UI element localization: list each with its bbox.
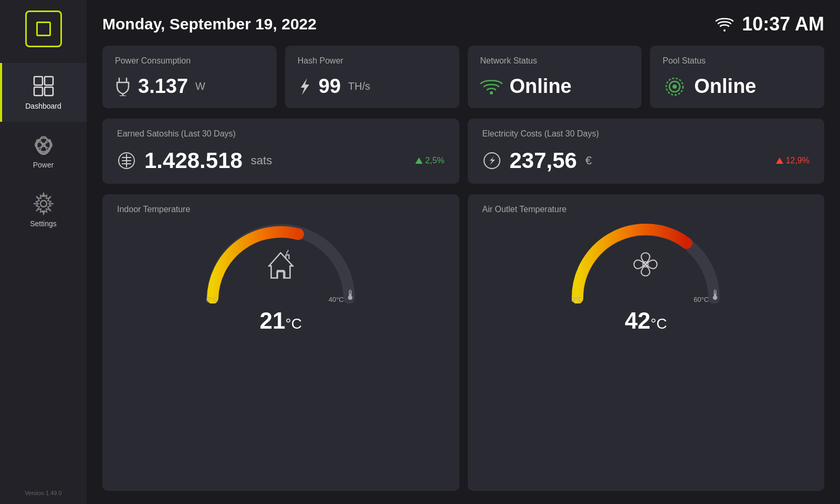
electricity-costs-card: Electricity Costs (Last 30 Days) 237,56 … [468,119,825,184]
hash-power-card: Hash Power 99 TH/s [285,46,459,108]
electricity-icon [482,151,501,170]
dashboard-icon [32,75,55,98]
middle-row: Earned Satoshis (Last 30 Days) 1.428.518… [102,119,824,184]
power-consumption-value: 3.137 [138,75,188,98]
sidebar: Dashboard Power Sett [0,0,87,504]
pool-status-value: Online [694,75,756,98]
network-status-value: Online [510,75,572,98]
electricity-costs-unit: € [585,154,592,167]
network-status-value-row: Online [480,75,629,98]
outlet-max-label: 60°C [694,296,709,303]
svg-rect-3 [45,87,53,96]
plug-icon [115,77,131,96]
pool-icon [663,77,687,96]
sidebar-power-label: Power [33,161,54,169]
earned-satoshis-value: 1.428.518 [144,148,243,173]
main-content: Monday, September 19, 2022 10:37 AM Powe… [87,0,840,504]
earned-satoshis-title: Earned Satoshis (Last 30 Days) [117,129,445,139]
indoor-max-label: 40°C [329,296,344,303]
power-consumption-card: Power Consumption 3.137 W [102,46,277,108]
pool-status-title: Pool Status [663,56,812,66]
thermometer-indoor-icon: 🌡 [344,287,358,303]
svg-rect-0 [34,77,43,85]
fan-icon [629,248,663,284]
sidebar-item-dashboard[interactable]: Dashboard [0,63,87,122]
electricity-costs-title: Electricity Costs (Last 30 Days) [482,129,810,139]
wifi-header-icon [715,15,734,34]
header: Monday, September 19, 2022 10:37 AM [102,13,824,35]
trend-up-red-icon [776,158,783,164]
earned-satoshis-badge: 2,5% [415,156,444,165]
power-consumption-value-row: 3.137 W [115,75,264,98]
trend-up-icon [415,158,423,164]
earned-satoshis-card: Earned Satoshis (Last 30 Days) 1.428.518… [102,119,459,184]
header-right: 10:37 AM [715,13,824,35]
logo-inner [36,22,51,36]
outlet-min-label: 0°C [571,296,583,303]
earned-satoshis-inner: 1.428.518 sats 2,5% [117,148,445,173]
logo [25,10,62,47]
outlet-gauge: 0°C 60°C 🌡 [567,219,724,303]
network-status-card: Network Status Online [468,46,642,108]
svg-point-6 [40,201,47,207]
header-time: 10:37 AM [742,13,824,35]
satoshi-icon [117,151,136,170]
hash-power-unit: TH/s [348,80,370,92]
sidebar-settings-label: Settings [30,219,57,228]
hash-power-title: Hash Power [298,56,447,66]
power-consumption-title: Power Consumption [115,56,264,66]
version-label: Version 1.49.0 [25,490,61,496]
sidebar-item-settings[interactable]: Settings [0,181,87,239]
wifi-status-icon [480,78,502,95]
air-outlet-temp-title: Air Outlet Temperature [482,205,567,214]
indoor-min-label: 0°C [206,296,218,303]
svg-rect-2 [34,87,43,96]
thermometer-outlet-icon: 🌡 [709,287,722,303]
settings-icon [32,192,55,215]
indoor-temp-title: Indoor Temperature [117,205,190,214]
power-consumption-unit: W [195,80,205,92]
electricity-costs-inner: 237,56 € 12,9% [482,148,810,173]
sidebar-nav: Dashboard Power Sett [0,63,87,239]
pool-status-card: Pool Status Online [650,46,824,108]
sidebar-item-power[interactable]: Power [0,122,87,181]
sidebar-dashboard-label: Dashboard [25,102,61,110]
header-date: Monday, September 19, 2022 [102,15,317,33]
network-status-title: Network Status [480,56,629,66]
svg-point-8 [673,85,677,89]
hash-power-value: 99 [319,75,341,98]
house-icon [264,248,298,284]
svg-point-7 [490,91,493,94]
earned-satoshis-unit: sats [251,154,272,167]
indoor-temp-card: Indoor Temperature [102,194,459,491]
pool-status-value-row: Online [663,75,812,98]
hash-power-value-row: 99 TH/s [298,75,447,98]
temperature-row: Indoor Temperature [102,194,824,491]
air-outlet-temp-card: Air Outlet Temperature [468,194,825,491]
electricity-costs-badge: 12,9% [776,156,810,165]
power-icon [32,133,55,156]
indoor-temp-value: 21°C [260,308,302,334]
svg-rect-1 [45,77,53,85]
top-cards-row: Power Consumption 3.137 W Hash Power 99 … [102,46,824,108]
indoor-gauge: 0°C 40°C 🌡 [202,219,360,303]
air-outlet-temp-value: 42°C [625,308,667,334]
bolt-icon [298,77,311,96]
electricity-costs-value: 237,56 [510,148,577,173]
